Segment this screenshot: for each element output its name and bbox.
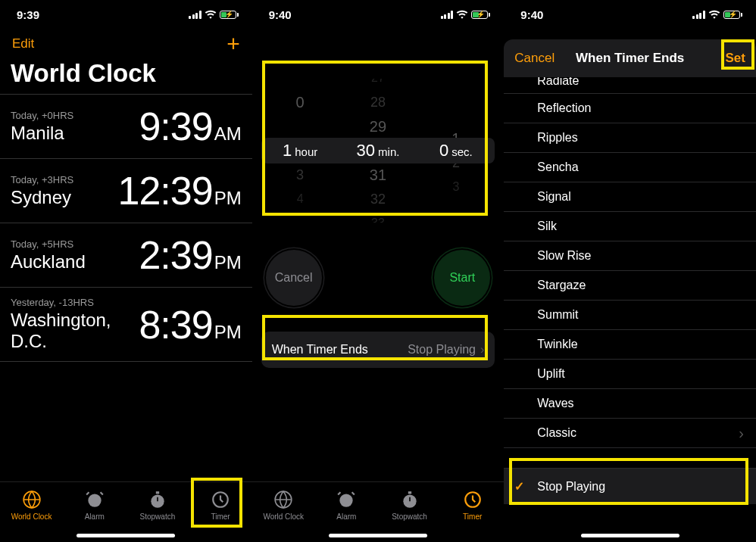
picker-selected-row: 1hour 30min. 0sec. <box>261 138 495 164</box>
sound-item[interactable]: Radiate <box>504 77 756 94</box>
clock-row[interactable]: Today, +3HRSSydney 12:39PM <box>0 158 252 223</box>
stopwatch-icon <box>400 490 420 509</box>
status-time: 9:40 <box>520 8 543 21</box>
globe-icon <box>273 490 293 509</box>
timer-buttons: Cancel Start <box>252 227 505 306</box>
stopwatch-icon <box>148 490 167 509</box>
svg-rect-3 <box>156 491 159 494</box>
sound-item[interactable]: Twinkle <box>504 330 756 360</box>
sound-item[interactable]: Silk <box>504 212 756 241</box>
cancel-button[interactable]: Cancel <box>266 250 322 306</box>
add-button[interactable]: + <box>226 33 240 55</box>
screen-timer: 9:40 ⚡ 0 · 2 3 4 27 28 29 <box>252 0 505 542</box>
globe-icon <box>22 490 42 509</box>
clock-row[interactable]: Yesterday, -13HRSWashington, D.C. 8:39PM <box>0 287 252 362</box>
status-bar: 9:39 ⚡ <box>0 0 252 29</box>
tab-stopwatch[interactable]: Stopwatch <box>126 490 189 521</box>
alarm-icon <box>85 490 105 509</box>
screen-world-clock: 9:39 ⚡ Edit + World Clock Today, +0HRSMa… <box>0 0 252 542</box>
cellular-icon <box>692 11 705 19</box>
sound-item-stop-playing[interactable]: ✓ Stop Playing <box>504 468 756 504</box>
checkmark-icon: ✓ <box>514 479 524 494</box>
status-right: ⚡ <box>441 8 491 20</box>
sound-item[interactable]: Uplift <box>504 360 756 389</box>
svg-rect-8 <box>408 491 411 494</box>
tab-bar: World Clock Alarm Stopwatch Timer <box>252 481 505 542</box>
set-button[interactable]: Set <box>726 51 745 66</box>
svg-point-6 <box>340 494 353 506</box>
sound-item[interactable]: Reflection <box>504 94 756 123</box>
clock-row[interactable]: Today, +0HRSManila 9:39AM <box>0 94 252 158</box>
tab-world-clock[interactable]: World Clock <box>252 490 315 521</box>
tab-alarm[interactable]: Alarm <box>315 490 378 521</box>
sound-item[interactable]: Waves <box>504 389 756 419</box>
status-bar: 9:40 ⚡ <box>252 0 505 29</box>
nav-bar: Edit + <box>0 29 252 59</box>
status-right: ⚡ <box>189 8 239 20</box>
battery-icon: ⚡ <box>471 11 490 19</box>
tab-bar: World Clock Alarm Stopwatch Timer <box>0 481 252 542</box>
page-title: World Clock <box>0 59 252 94</box>
sound-item[interactable]: Stargaze <box>504 271 756 301</box>
sound-item[interactable]: Sencha <box>504 153 756 182</box>
sheet-title: When Timer Ends <box>576 51 684 66</box>
sound-item[interactable]: Slow Rise <box>504 241 756 271</box>
timer-icon <box>463 490 483 509</box>
time-picker[interactable]: 0 · 2 3 4 27 28 29 · 31 32 33 · 1 <box>261 74 495 227</box>
tab-timer[interactable]: Timer <box>189 490 251 521</box>
chevron-right-icon: › <box>480 343 484 357</box>
sound-item[interactable]: Summit <box>504 301 756 330</box>
chevron-right-icon: › <box>739 425 744 442</box>
cellular-icon <box>189 11 201 19</box>
battery-icon: ⚡ <box>723 11 742 19</box>
wifi-icon <box>456 8 468 20</box>
tab-world-clock[interactable]: World Clock <box>0 490 63 521</box>
home-indicator[interactable] <box>77 534 175 537</box>
when-timer-ends-row[interactable]: When Timer Ends Stop Playing› <box>261 332 495 368</box>
tab-stopwatch[interactable]: Stopwatch <box>378 490 441 521</box>
cancel-button[interactable]: Cancel <box>514 51 555 66</box>
screen-when-timer-ends: 9:40 ⚡ Cancel When Timer Ends Set Radiat… <box>504 0 756 542</box>
status-time: 9:39 <box>17 8 39 21</box>
sheet-header: Cancel When Timer Ends Set <box>504 39 756 77</box>
wifi-icon <box>708 8 720 20</box>
start-button[interactable]: Start <box>434 250 490 306</box>
sound-item-classic[interactable]: Classic› <box>504 419 756 448</box>
battery-icon: ⚡ <box>220 11 239 19</box>
sound-list[interactable]: Radiate Reflection Ripples Sencha Signal… <box>504 77 756 542</box>
status-bar: 9:40 ⚡ <box>504 0 756 29</box>
clock-row[interactable]: Today, +5HRSAuckland 2:39PM <box>0 223 252 287</box>
home-indicator[interactable] <box>581 534 679 537</box>
tab-timer[interactable]: Timer <box>441 490 504 521</box>
svg-point-1 <box>88 494 101 506</box>
sound-item[interactable]: Ripples <box>504 123 756 153</box>
sound-item[interactable]: Signal <box>504 182 756 212</box>
wifi-icon <box>205 8 217 20</box>
tab-alarm[interactable]: Alarm <box>63 490 126 521</box>
timer-icon <box>211 490 230 509</box>
status-time: 9:40 <box>269 8 292 21</box>
edit-button[interactable]: Edit <box>12 36 34 51</box>
home-indicator[interactable] <box>329 534 427 537</box>
status-right: ⚡ <box>692 8 742 20</box>
alarm-icon <box>336 490 356 509</box>
cellular-icon <box>441 11 454 19</box>
